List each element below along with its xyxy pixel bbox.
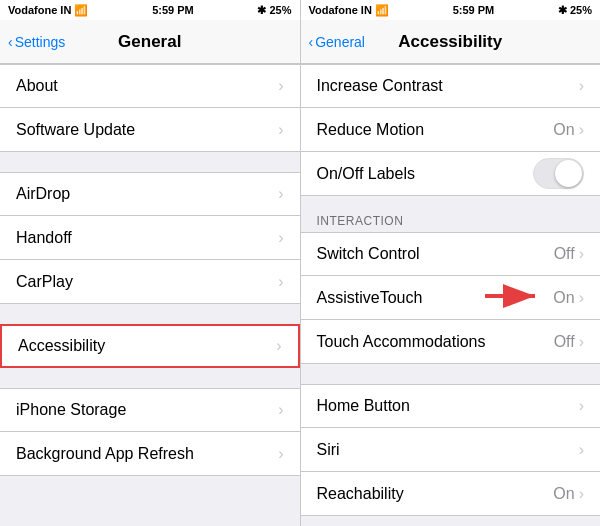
- reduce-motion-right: On ›: [553, 121, 584, 139]
- left-carrier: Vodafone IN: [8, 4, 71, 16]
- left-time: 5:59 PM: [152, 4, 194, 16]
- left-battery: 25%: [269, 4, 291, 16]
- reduce-motion-chevron-icon: ›: [579, 121, 584, 139]
- handoff-chevron-icon: ›: [278, 229, 283, 247]
- left-nav-bar: ‹ Settings General: [0, 20, 300, 64]
- left-status-bar: Vodafone IN 📶 5:59 PM ✱ 25%: [0, 0, 300, 20]
- left-nav-title: General: [118, 32, 181, 52]
- right-panel: Vodafone IN 📶 5:59 PM ✱ 25% ‹ General Ac…: [301, 0, 601, 526]
- reachability-label: Reachability: [317, 485, 404, 503]
- assistivetouch-label: AssistiveTouch: [317, 289, 423, 307]
- list-item-background-app[interactable]: Background App Refresh ›: [0, 432, 300, 476]
- list-item-home-button[interactable]: Home Button ›: [301, 384, 601, 428]
- home-button-right: ›: [579, 397, 584, 415]
- about-chevron-icon: ›: [278, 77, 283, 95]
- home-button-label: Home Button: [317, 397, 410, 415]
- toggle-knob: [555, 160, 582, 187]
- right-status-left: Vodafone IN 📶: [309, 4, 389, 17]
- right-status-bar: Vodafone IN 📶 5:59 PM ✱ 25%: [301, 0, 601, 20]
- accessibility-chevron-icon: ›: [276, 337, 281, 355]
- reduce-motion-label: Reduce Motion: [317, 121, 425, 139]
- left-status-left: Vodafone IN 📶: [8, 4, 88, 17]
- left-settings-list: About › Software Update › AirDrop › Hand…: [0, 64, 300, 526]
- increase-contrast-right: ›: [579, 77, 584, 95]
- left-back-chevron-icon: ‹: [8, 34, 13, 50]
- right-nav-title: Accessibility: [398, 32, 502, 52]
- left-back-label: Settings: [15, 34, 66, 50]
- airdrop-right: ›: [278, 185, 283, 203]
- software-update-chevron-icon: ›: [278, 121, 283, 139]
- list-item-airdrop[interactable]: AirDrop ›: [0, 172, 300, 216]
- handoff-label: Handoff: [16, 229, 72, 247]
- assistivetouch-value: On: [553, 289, 574, 307]
- list-item-accessibility[interactable]: Accessibility ›: [0, 324, 300, 368]
- left-status-right: ✱ 25%: [257, 4, 291, 17]
- red-arrow-svg: [485, 281, 545, 311]
- right-bluetooth-icon: ✱: [558, 4, 567, 17]
- spacer-1: [0, 152, 300, 172]
- touch-accommodations-value: Off: [554, 333, 575, 351]
- accessibility-right: ›: [276, 337, 281, 355]
- list-item-touch-accommodations[interactable]: Touch Accommodations Off ›: [301, 320, 601, 364]
- switch-control-label: Switch Control: [317, 245, 420, 263]
- background-app-label: Background App Refresh: [16, 445, 194, 463]
- interaction-section-header: INTERACTION: [301, 204, 601, 232]
- spacer-3: [0, 368, 300, 388]
- reachability-value: On: [553, 485, 574, 503]
- reduce-motion-value: On: [553, 121, 574, 139]
- list-item-reduce-motion[interactable]: Reduce Motion On ›: [301, 108, 601, 152]
- list-item-onoff-labels[interactable]: On/Off Labels: [301, 152, 601, 196]
- iphone-storage-right: ›: [278, 401, 283, 419]
- touch-accommodations-right: Off ›: [554, 333, 584, 351]
- onoff-labels-right: [533, 158, 584, 189]
- carplay-chevron-icon: ›: [278, 273, 283, 291]
- spacer-r2: [301, 364, 601, 384]
- siri-right: ›: [579, 441, 584, 459]
- right-battery: 25%: [570, 4, 592, 16]
- list-item-switch-control[interactable]: Switch Control Off ›: [301, 232, 601, 276]
- switch-control-right: Off ›: [554, 245, 584, 263]
- touch-accommodations-chevron-icon: ›: [579, 333, 584, 351]
- reachability-right: On ›: [553, 485, 584, 503]
- increase-contrast-chevron-icon: ›: [579, 77, 584, 95]
- assistivetouch-right: On ›: [553, 289, 584, 307]
- list-item-handoff[interactable]: Handoff ›: [0, 216, 300, 260]
- carplay-label: CarPlay: [16, 273, 73, 291]
- list-item-software-update[interactable]: Software Update ›: [0, 108, 300, 152]
- interaction-header-text: INTERACTION: [317, 214, 404, 228]
- left-wifi-icon: 📶: [74, 4, 88, 17]
- list-item-siri[interactable]: Siri ›: [301, 428, 601, 472]
- reachability-chevron-icon: ›: [579, 485, 584, 503]
- siri-chevron-icon: ›: [579, 441, 584, 459]
- right-status-right: ✱ 25%: [558, 4, 592, 17]
- carplay-right: ›: [278, 273, 283, 291]
- list-item-about[interactable]: About ›: [0, 64, 300, 108]
- right-back-label: General: [315, 34, 365, 50]
- spacer-r1: [301, 196, 601, 204]
- left-back-button[interactable]: ‹ Settings: [8, 34, 65, 50]
- list-item-carplay[interactable]: CarPlay ›: [0, 260, 300, 304]
- about-label: About: [16, 77, 58, 95]
- list-item-reachability[interactable]: Reachability On ›: [301, 472, 601, 516]
- right-back-button[interactable]: ‹ General: [309, 34, 365, 50]
- left-panel: Vodafone IN 📶 5:59 PM ✱ 25% ‹ Settings G…: [0, 0, 300, 526]
- assistivetouch-chevron-icon: ›: [579, 289, 584, 307]
- red-arrow-indicator: [485, 281, 545, 315]
- list-item-increase-contrast[interactable]: Increase Contrast ›: [301, 64, 601, 108]
- iphone-storage-label: iPhone Storage: [16, 401, 126, 419]
- accessibility-label: Accessibility: [18, 337, 105, 355]
- home-button-chevron-icon: ›: [579, 397, 584, 415]
- airdrop-chevron-icon: ›: [278, 185, 283, 203]
- siri-label: Siri: [317, 441, 340, 459]
- spacer-2: [0, 304, 300, 324]
- onoff-labels-label: On/Off Labels: [317, 165, 415, 183]
- switch-control-value: Off: [554, 245, 575, 263]
- list-item-iphone-storage[interactable]: iPhone Storage ›: [0, 388, 300, 432]
- background-app-chevron-icon: ›: [278, 445, 283, 463]
- onoff-labels-toggle[interactable]: [533, 158, 584, 189]
- right-nav-bar: ‹ General Accessibility: [301, 20, 601, 64]
- right-carrier: Vodafone IN: [309, 4, 372, 16]
- right-time: 5:59 PM: [453, 4, 495, 16]
- list-item-assistivetouch[interactable]: AssistiveTouch On ›: [301, 276, 601, 320]
- handoff-right: ›: [278, 229, 283, 247]
